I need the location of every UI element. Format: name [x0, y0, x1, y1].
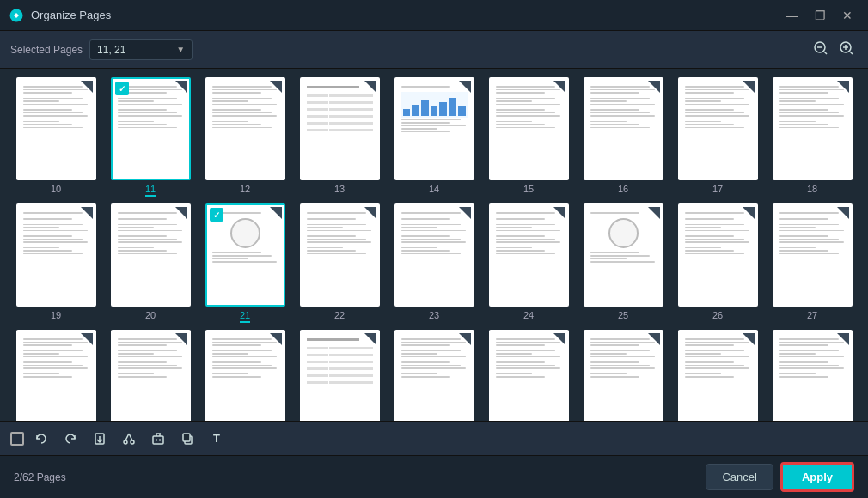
page-item[interactable]: 25 [579, 203, 667, 323]
page-number: 17 [712, 184, 723, 194]
maximize-button[interactable]: ❐ [808, 6, 832, 25]
svg-line-3 [824, 52, 827, 54]
cancel-button[interactable]: Cancel [706, 464, 773, 490]
page-item[interactable]: 19 [12, 203, 100, 323]
zoom-in-button[interactable] [835, 39, 858, 61]
page-number: 26 [712, 310, 723, 320]
page-item[interactable]: 33 [485, 330, 572, 421]
page-item[interactable]: 35 [674, 330, 761, 421]
text-button[interactable]: T [205, 427, 229, 451]
footer-actions: Cancel Apply [706, 462, 854, 492]
page-item[interactable]: 26 [674, 203, 761, 323]
insert-icon [93, 432, 107, 446]
svg-rect-14 [153, 436, 163, 444]
chevron-down-icon: ▼ [176, 45, 185, 54]
page-number: 15 [523, 184, 534, 194]
page-number: 13 [334, 184, 345, 194]
page-item[interactable]: ✓11 [107, 77, 194, 197]
page-item[interactable]: 30 [201, 330, 289, 421]
page-item[interactable]: 32 [390, 330, 478, 421]
content-area: 10✓11121314151617181920✓2122232425262728… [0, 69, 868, 421]
pages-grid: 10✓11121314151617181920✓2122232425262728… [0, 69, 868, 421]
cut-button[interactable] [117, 427, 141, 451]
page-number: 11 [145, 184, 156, 197]
page-item[interactable]: 15 [485, 77, 572, 197]
svg-point-10 [124, 440, 127, 444]
delete-button[interactable] [146, 427, 170, 451]
delete-icon [151, 432, 165, 446]
title-bar-controls: — ❐ ✕ [780, 6, 859, 25]
page-number: 20 [145, 310, 156, 320]
page-count: 2/62 Pages [14, 471, 66, 483]
selected-pages-container: Selected Pages 11, 21 ▼ [10, 39, 193, 60]
redo-button[interactable] [58, 427, 83, 451]
page-item[interactable]: 16 [579, 77, 667, 197]
page-item[interactable]: 27 [768, 203, 856, 323]
redo-icon [64, 432, 77, 446]
title-bar-left: Organize Pages [9, 8, 111, 23]
undo-icon [34, 432, 48, 446]
title-bar: Organize Pages — ❐ ✕ [0, 0, 868, 31]
zoom-out-button[interactable] [810, 39, 832, 61]
zoom-in-icon [839, 40, 854, 56]
selected-pages-value: 11, 21 [97, 44, 176, 56]
page-item[interactable]: 20 [107, 203, 194, 323]
undo-button[interactable] [29, 427, 53, 451]
page-number: 12 [240, 184, 250, 194]
bottom-toolbar: T [0, 421, 868, 455]
page-number: 14 [429, 184, 439, 194]
zoom-out-icon [813, 40, 828, 56]
page-item[interactable]: 22 [296, 203, 383, 323]
selected-label: Selected Pages [10, 44, 83, 56]
minimize-button[interactable]: — [780, 6, 804, 25]
footer-bar: 2/62 Pages Cancel Apply [0, 455, 868, 498]
selected-pages-dropdown[interactable]: 11, 21 ▼ [89, 39, 193, 60]
page-item[interactable]: 29 [107, 330, 194, 421]
page-number: 21 [240, 310, 250, 323]
close-button[interactable]: ✕ [835, 6, 859, 25]
page-number: 23 [429, 310, 439, 320]
page-item[interactable]: 12 [201, 77, 289, 197]
page-number: 18 [807, 184, 817, 194]
copy-icon [180, 432, 194, 446]
page-item[interactable]: 24 [485, 203, 572, 323]
page-item[interactable]: 23 [390, 203, 478, 323]
page-item[interactable]: 34 [579, 330, 667, 421]
page-item[interactable]: 36 [768, 330, 856, 421]
page-number: 24 [523, 310, 534, 320]
copy-button[interactable] [175, 427, 199, 451]
page-item[interactable]: 10 [12, 77, 100, 197]
page-number: 16 [618, 184, 628, 194]
page-number: 10 [51, 184, 61, 194]
page-number: 19 [51, 310, 61, 320]
app-icon [9, 8, 24, 23]
page-item[interactable]: 28 [12, 330, 100, 421]
apply-button[interactable]: Apply [780, 462, 854, 492]
page-item[interactable]: 13 [296, 77, 383, 197]
zoom-controls [810, 39, 858, 61]
page-item[interactable]: 14 [390, 77, 478, 197]
svg-line-7 [850, 52, 853, 54]
page-item[interactable]: 17 [674, 77, 761, 197]
svg-point-11 [131, 440, 134, 444]
svg-line-13 [129, 434, 132, 440]
page-number: 27 [807, 310, 817, 320]
page-number: 22 [334, 310, 345, 320]
toolbar: Selected Pages 11, 21 ▼ [0, 31, 868, 69]
svg-line-12 [125, 434, 129, 440]
page-item[interactable]: 18 [768, 77, 856, 197]
cut-icon [122, 432, 136, 446]
text-icon: T [213, 432, 220, 445]
page-item[interactable]: 31 [296, 330, 383, 421]
select-all-checkbox[interactable] [10, 432, 24, 446]
page-number: 25 [618, 310, 628, 320]
insert-button[interactable] [88, 427, 112, 451]
svg-rect-21 [183, 434, 190, 441]
page-item[interactable]: ✓21 [201, 203, 289, 323]
window-title: Organize Pages [31, 9, 111, 21]
